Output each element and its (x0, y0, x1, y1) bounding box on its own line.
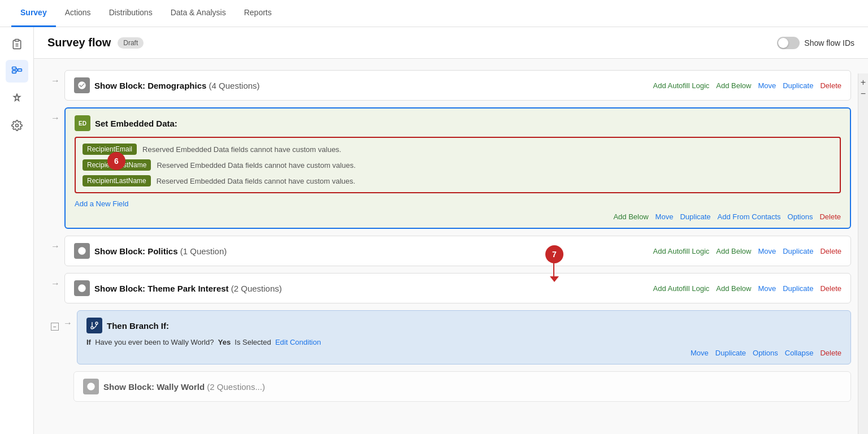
action-move-branch[interactable]: Move (691, 349, 709, 357)
draft-badge: Draft (118, 37, 144, 49)
flow-arrow-2: → (51, 113, 60, 123)
field-row-email: RecipientEmail Reserved Embedded Data fi… (83, 144, 833, 155)
action-options-branch[interactable]: Options (753, 349, 778, 357)
branch-icon (86, 318, 102, 333)
field-row-firstname: RecipientFirstName Reserved Embedded Dat… (83, 159, 833, 171)
embedded-actions: Add Below Move Duplicate Add From Contac… (75, 212, 841, 221)
sidebar (0, 27, 34, 434)
fields-box: RecipientEmail Reserved Embedded Data fi… (75, 137, 841, 193)
collapse-toggle[interactable]: − (51, 323, 59, 331)
branch-actions: Move Duplicate Options Collapse Delete (86, 349, 841, 357)
embedded-title: Set Embedded Data: (95, 119, 177, 128)
block-card-theme-park: Show Block: Theme Park Interest (2 Quest… (64, 273, 851, 303)
action-move-1[interactable]: Move (758, 81, 776, 90)
action-add-below-4[interactable]: Add Below (716, 284, 751, 293)
sidebar-icon-clipboard[interactable] (6, 33, 28, 55)
yes-keyword: Yes (218, 338, 231, 346)
flow-arrow-4: → (51, 279, 60, 289)
branch-card: Then Branch If: If Have you ever been to… (77, 310, 851, 364)
svg-rect-0 (15, 40, 19, 41)
nav-distributions[interactable]: Distributions (100, 0, 162, 27)
edit-condition-link[interactable]: Edit Condition (275, 338, 321, 346)
field-tag-email: RecipientEmail (83, 144, 137, 155)
annotation-6: 6 (107, 152, 125, 170)
flow-arrow-3: → (51, 241, 60, 251)
sidebar-icon-settings[interactable] (6, 114, 28, 137)
sidebar-icon-flow[interactable] (6, 60, 28, 83)
field-text-email: Reserved Embedded Data fields cannot hav… (142, 145, 341, 154)
block-title-demographics: Show Block: Demographics (4 Questions) (94, 81, 260, 90)
svg-line-7 (16, 70, 18, 72)
add-field-link[interactable]: Add a New Field (75, 199, 128, 208)
embedded-icon: ED (75, 115, 90, 131)
action-duplicate-1[interactable]: Duplicate (783, 81, 813, 90)
content-header: Survey flow Draft Show flow IDs (34, 27, 868, 59)
show-flow-toggle[interactable] (777, 37, 800, 49)
block-icon-wally-world (83, 379, 99, 394)
top-navigation: Survey Actions Distributions Data & Anal… (0, 0, 868, 27)
nav-actions[interactable]: Actions (56, 0, 100, 27)
action-delete-embedded[interactable]: Delete (819, 212, 841, 221)
svg-rect-4 (12, 71, 16, 73)
block-title-theme-park: Show Block: Theme Park Interest (2 Quest… (94, 284, 282, 293)
action-collapse-branch[interactable]: Collapse (785, 349, 814, 357)
action-add-autofill-logic-4[interactable]: Add Autofill Logic (653, 284, 710, 293)
nav-survey[interactable]: Survey (11, 0, 56, 27)
action-delete-1[interactable]: Delete (820, 81, 841, 90)
if-keyword: If (86, 338, 91, 346)
show-flow-label: Show flow IDs (804, 38, 854, 47)
field-text-firstname: Reserved Embedded Data fields cannot hav… (157, 161, 355, 170)
flow-area: 6 → Show Block: Demographics (4 Question… (34, 59, 868, 434)
action-options-embedded[interactable]: Options (788, 212, 813, 221)
flow-arrow-1: → (51, 76, 60, 86)
block-icon-theme-park (74, 280, 90, 296)
annotation-7: 7 (545, 245, 563, 263)
block-theme-park: → Show Block: Theme Park Interest (2 Que… (51, 273, 851, 303)
field-text-lastname: Reserved Embedded Data fields cannot hav… (157, 177, 355, 185)
scroll-plus[interactable]: + (859, 78, 868, 87)
action-add-from-contacts[interactable]: Add From Contacts (718, 212, 781, 221)
sidebar-icon-paint[interactable] (6, 87, 28, 110)
field-tag-lastname: RecipientLastName (83, 175, 151, 186)
action-add-below-embedded[interactable]: Add Below (613, 212, 648, 221)
action-add-autofill-logic-1[interactable]: Add Autofill Logic (653, 81, 710, 90)
block-politics: → Show Block: Politics (1 Question) Add … (51, 236, 851, 266)
block-embedded-data: → ED Set Embedded Data: RecipientEmail R… (51, 107, 851, 229)
scroll-minus[interactable]: − (859, 89, 868, 98)
action-add-below-1[interactable]: Add Below (716, 81, 751, 90)
block-wally-world-partial: Show Block: Wally World (2 Questions...) (73, 371, 851, 402)
block-title-wally-world: Show Block: Wally World (2 Questions...) (103, 382, 265, 392)
svg-rect-5 (18, 69, 21, 71)
action-duplicate-4[interactable]: Duplicate (783, 284, 813, 293)
svg-point-8 (15, 124, 18, 127)
action-move-4[interactable]: Move (758, 284, 776, 293)
svg-rect-3 (12, 67, 16, 70)
block-icon-politics (74, 243, 90, 259)
action-add-autofill-logic-3[interactable]: Add Autofill Logic (653, 247, 710, 255)
action-move-3[interactable]: Move (758, 247, 776, 255)
block-title-politics: Show Block: Politics (1 Question) (94, 246, 227, 256)
block-branch: − → Then Branch If: If (51, 310, 851, 364)
block-card-politics: Show Block: Politics (1 Question) Add Au… (64, 236, 851, 266)
main-content: Survey flow Draft Show flow IDs 6 → (34, 27, 868, 434)
action-delete-4[interactable]: Delete (820, 284, 841, 293)
action-duplicate-branch[interactable]: Duplicate (715, 349, 746, 357)
embedded-data-card: ED Set Embedded Data: RecipientEmail Res… (64, 107, 851, 229)
action-move-embedded[interactable]: Move (656, 212, 674, 221)
block-card-demographics: Show Block: Demographics (4 Questions) A… (64, 70, 851, 101)
branch-question: Have you ever been to Wally World? (95, 338, 214, 346)
field-row-lastname: RecipientLastName Reserved Embedded Data… (83, 175, 833, 186)
block-demographics: → Show Block: Demographics (4 Questions)… (51, 70, 851, 101)
action-duplicate-embedded[interactable]: Duplicate (680, 212, 710, 221)
block-icon-demographics (74, 77, 90, 93)
flow-arrow-5: → (63, 318, 72, 328)
svg-line-6 (16, 68, 18, 70)
branch-title: Then Branch If: (107, 321, 169, 331)
action-delete-3[interactable]: Delete (820, 247, 841, 255)
block-card-wally-world: Show Block: Wally World (2 Questions...) (73, 371, 851, 402)
action-add-below-3[interactable]: Add Below (716, 247, 751, 255)
nav-data-analysis[interactable]: Data & Analysis (162, 0, 235, 27)
nav-reports[interactable]: Reports (235, 0, 281, 27)
action-duplicate-3[interactable]: Duplicate (783, 247, 813, 255)
action-delete-branch[interactable]: Delete (820, 349, 841, 357)
